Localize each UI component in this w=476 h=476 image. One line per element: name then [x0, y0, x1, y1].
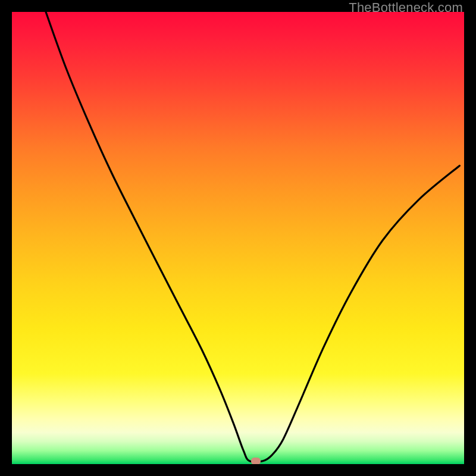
plot-area — [12, 12, 464, 464]
watermark-text: TheBottleneck.com — [349, 0, 463, 15]
bottleneck-curve — [12, 12, 464, 464]
chart-frame: TheBottleneck.com — [0, 0, 476, 476]
optimal-marker — [251, 458, 261, 464]
